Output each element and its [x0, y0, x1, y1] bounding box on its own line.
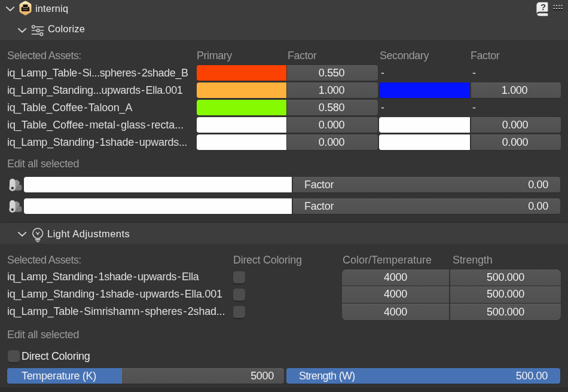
- svg-text:?: ?: [540, 2, 546, 12]
